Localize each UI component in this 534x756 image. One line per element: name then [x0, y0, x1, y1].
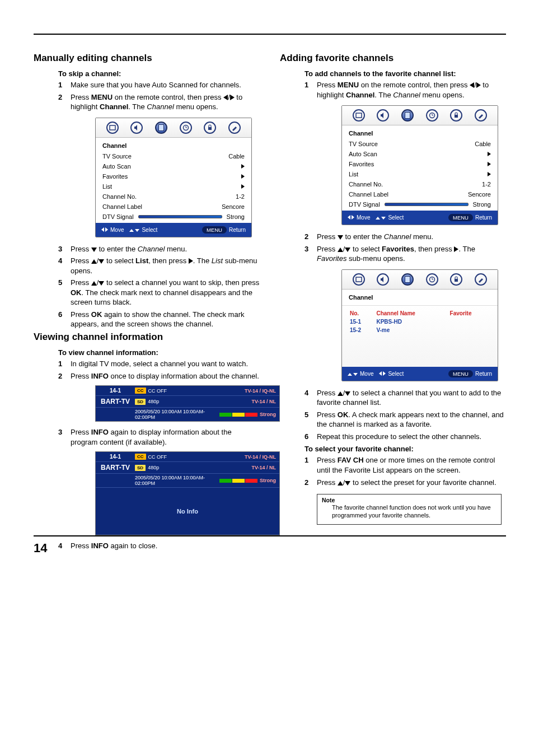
- heading-fav: Adding favorite channels: [280, 53, 506, 64]
- osd-row-label: DTV Signal: [349, 201, 380, 208]
- banner-channel-name: BART-TV: [96, 396, 135, 407]
- setup-tab-icon: [228, 122, 241, 134]
- footer-select: Select: [388, 214, 404, 221]
- favorites-table-area: No.Channel NameFavorite 15-1KPBS-HD15-2V…: [342, 305, 498, 367]
- signal-bar: [385, 203, 469, 206]
- picture-tab-icon: [353, 109, 365, 122]
- time-tab-icon: [426, 109, 438, 122]
- header-rule: [34, 34, 506, 35]
- footer-return: Return: [475, 371, 492, 377]
- banner-channel-no: 14-1: [96, 386, 135, 395]
- triangle-down-icon: [99, 281, 104, 286]
- right-column: Adding favorite channels To add channels…: [280, 50, 506, 553]
- osd-row-label: Channel No.: [349, 181, 383, 188]
- footer-move: Move: [357, 214, 370, 221]
- osd-footer: Move Select MENUReturn: [342, 211, 498, 225]
- menu-pill: MENU: [202, 226, 227, 234]
- rating-2: TV-14 / NL: [248, 464, 279, 472]
- osd-body: Channel TV Source Cable Auto Scan Favori…: [96, 138, 251, 223]
- triangle-left-icon: [470, 82, 474, 88]
- osd-row: Auto Scan: [349, 149, 491, 159]
- arrows-ud-icon: [129, 227, 139, 233]
- triangle-down-icon: [99, 259, 104, 264]
- osd-row: Channel No. 1-2: [102, 192, 245, 202]
- col-name: Channel Name: [374, 309, 447, 318]
- step: 5Press OK. A check mark appears next to …: [305, 410, 506, 430]
- no-info-panel: No Info: [96, 488, 279, 535]
- picture-tab-icon: [106, 122, 119, 134]
- arrows-ud-icon: [348, 371, 358, 377]
- footer-return: Return: [475, 214, 492, 221]
- menu-pill: MENU: [448, 370, 473, 377]
- rating-1: TV-14 / IQ-NL: [241, 387, 279, 395]
- osd-title: Channel: [349, 294, 491, 301]
- time-tab-icon: [180, 122, 192, 134]
- lock-tab-icon: [450, 109, 462, 122]
- footer-move: Move: [360, 371, 373, 377]
- osd-tabbar: [342, 270, 498, 290]
- osd-row: TV Source Cable: [102, 151, 245, 161]
- col-no: No.: [348, 309, 374, 318]
- subhead-select: To select your favorite channel:: [305, 445, 506, 453]
- channel-tab-icon: [401, 273, 414, 286]
- banner-channel-no: 14-1: [96, 452, 135, 461]
- audio-tab-icon: [377, 109, 389, 122]
- osd-row-value: Strong: [473, 201, 491, 208]
- osd-row-label: List: [349, 171, 358, 178]
- osd-row-label: Favorites: [349, 161, 374, 167]
- triangle-down-icon: [345, 248, 350, 252]
- footer-select: Select: [388, 371, 404, 377]
- banner-time: 2005/05/20 10:00AM 10:00AM-02:00PM: [135, 475, 217, 486]
- channel-tab-icon: [401, 109, 414, 122]
- arrows-lr-icon: [101, 227, 108, 233]
- arrows-lr-icon: [348, 214, 354, 221]
- steps-add: 1Press MENU on the remote control, then …: [305, 80, 506, 441]
- osd-row-value: Cable: [475, 141, 491, 147]
- footer-rule: [34, 535, 506, 536]
- step: 2Press to enter the Channel menu.: [305, 232, 506, 242]
- osd-favorites-menu: Channel No.Channel NameFavorite 15-1KPBS…: [341, 269, 498, 381]
- osd-row: Favorites: [102, 171, 245, 181]
- osd-tabbar: [342, 106, 498, 125]
- svg-rect-0: [110, 125, 115, 130]
- osd-row: DTV Signal Strong: [349, 199, 491, 209]
- osd-channel-menu: Channel TV Source Cable Auto Scan Favori…: [341, 105, 498, 225]
- osd-footer: Move Select MENUReturn: [342, 367, 498, 381]
- triangle-up-icon: [338, 481, 343, 486]
- step: 5Press / to select a channel you want to…: [58, 278, 260, 307]
- osd-row: DTV Signal Strong: [102, 212, 245, 222]
- osd-body: Channel: [342, 290, 498, 305]
- footer-return: Return: [229, 227, 246, 233]
- triangle-down-icon: [91, 248, 97, 252]
- osd-row-label: TV Source: [349, 141, 378, 147]
- osd-footer: Move Select MENUReturn: [96, 223, 251, 237]
- cc-state: CC OFF: [148, 454, 167, 460]
- note-title: Note: [322, 497, 496, 503]
- chevron-right-icon: [241, 163, 245, 170]
- chevron-right-icon: [241, 183, 245, 190]
- osd-row: List: [102, 181, 245, 192]
- note-body: The favorite channel function does not w…: [332, 503, 496, 520]
- setup-tab-icon: [475, 109, 487, 122]
- arrows-ud-icon: [376, 214, 386, 221]
- osd-row-label: Favorites: [102, 173, 128, 180]
- footer-select: Select: [142, 227, 157, 233]
- chevron-right-icon: [488, 171, 491, 178]
- triangle-up-icon: [91, 259, 97, 264]
- lock-tab-icon: [450, 273, 462, 286]
- step: 2Press MENU on the remote control, then …: [58, 92, 260, 112]
- time-tab-icon: [426, 273, 438, 286]
- osd-row: Channel Label Sencore: [102, 202, 245, 212]
- rating-1: TV-14 / IQ-NL: [241, 453, 279, 461]
- triangle-right-icon: [476, 82, 481, 88]
- step: 6Repeat this procedure to select the oth…: [305, 432, 506, 442]
- step: 6Press OK again to show the channel. The…: [58, 310, 260, 329]
- osd-row-label: Auto Scan: [349, 151, 377, 157]
- subhead-skip: To skip a channel:: [58, 69, 260, 78]
- heading-manual-edit: Manually editing channels: [34, 53, 260, 64]
- osd-row-label: Auto Scan: [102, 163, 131, 170]
- footer-move: Move: [110, 227, 124, 233]
- osd-row-value: 1-2: [482, 181, 491, 188]
- step: 2Press / to select the preset for your f…: [305, 478, 506, 488]
- osd-tabbar: [96, 118, 251, 138]
